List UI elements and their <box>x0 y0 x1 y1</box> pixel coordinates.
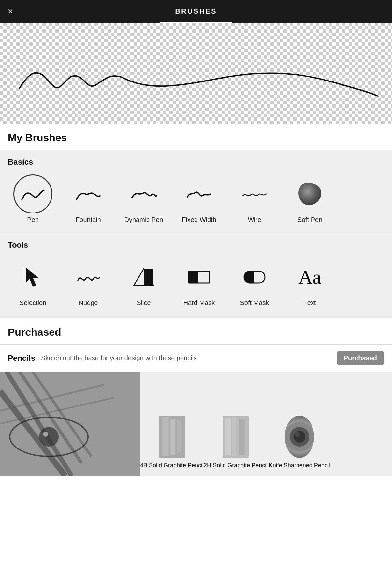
slice-icon <box>131 264 157 290</box>
basics-section: Basics Pen Fountain <box>0 150 392 233</box>
svg-marker-0 <box>26 267 38 287</box>
selection-label: Selection <box>20 299 46 307</box>
fountain-icon <box>74 179 103 209</box>
tools-section: Tools Selection Nudge <box>0 233 392 316</box>
soft-mask-label: Soft Mask <box>240 299 269 307</box>
pen-label: Pen <box>27 216 39 224</box>
pencil-thumb-2h <box>223 416 249 458</box>
brush-item-dynamic-pen[interactable]: Dynamic Pen <box>116 174 171 224</box>
selection-icon <box>20 264 46 290</box>
selection-icon-wrap <box>13 257 52 297</box>
tools-label: Tools <box>0 233 392 254</box>
purchased-badge[interactable]: Purchased <box>337 351 384 365</box>
close-button[interactable]: × <box>8 7 13 16</box>
purchased-section: Purchased Pencils Sketch out the base fo… <box>0 318 392 476</box>
brush-stroke-preview <box>0 23 392 124</box>
slice-label: Slice <box>137 299 151 307</box>
svg-rect-23 <box>239 419 245 455</box>
pencil-item-4b[interactable]: 4B Solid Graphite Pencil <box>140 372 204 476</box>
tool-item-slice[interactable]: Slice <box>116 257 171 307</box>
svg-rect-2 <box>144 269 153 285</box>
pencil-item-knife[interactable]: Knife Sharpened Pencil <box>268 372 331 476</box>
soft-pen-blob <box>298 183 321 205</box>
nudge-icon <box>75 264 101 290</box>
slice-icon-wrap <box>124 257 163 297</box>
hard-mask-icon-wrap <box>180 257 219 297</box>
tool-item-text[interactable]: Aa Text <box>282 257 338 307</box>
pencil-knife-label: Knife Sharpened Pencil <box>269 462 330 469</box>
header: × BRUSHES <box>0 0 392 23</box>
brush-item-soft-pen[interactable]: Soft Pen <box>282 174 338 224</box>
tool-item-soft-mask[interactable]: Soft Mask <box>227 257 282 307</box>
pencil-knife-svg <box>285 416 314 458</box>
basics-label: Basics <box>0 150 392 170</box>
text-icon-wrap: Aa <box>290 257 329 297</box>
svg-point-27 <box>295 432 300 437</box>
fixed-width-label: Fixed Width <box>182 216 216 224</box>
dynamic-pen-label: Dynamic Pen <box>124 216 163 224</box>
svg-rect-22 <box>232 417 236 456</box>
brush-item-wire[interactable]: Wire <box>227 174 282 224</box>
pencil-4b-label: 4B Solid Graphite Pencil <box>140 462 204 469</box>
soft-pen-label: Soft Pen <box>298 216 323 224</box>
brush-item-fixed-width[interactable]: Fixed Width <box>171 174 227 224</box>
tool-item-selection[interactable]: Selection <box>5 257 61 307</box>
wire-icon-wrap <box>235 174 274 213</box>
svg-rect-21 <box>225 418 231 455</box>
pencils-description: Sketch out the base for your design with… <box>41 354 331 362</box>
wire-icon <box>240 179 269 209</box>
pencil-thumb-knife <box>285 416 314 458</box>
svg-point-13 <box>43 432 48 437</box>
pencil-artwork <box>0 372 140 476</box>
pencils-header: Pencils Sketch out the base for your des… <box>0 344 392 372</box>
nudge-icon-wrap <box>69 257 108 297</box>
fixed-width-icon <box>184 179 214 209</box>
svg-rect-17 <box>162 417 169 456</box>
pencils-title: Pencils <box>8 354 35 363</box>
fixed-width-icon-wrap <box>180 174 219 213</box>
pencil-2h-label: 2H Solid Graphite Pencil <box>204 462 268 469</box>
header-title: BRUSHES <box>175 7 217 16</box>
svg-point-12 <box>39 427 59 447</box>
dynamic-pen-icon <box>129 179 158 209</box>
brush-item-pen[interactable]: Pen <box>5 174 61 224</box>
text-label: Text <box>304 299 316 307</box>
purchased-title: Purchased <box>0 318 392 344</box>
pencil-thumb-4b <box>159 416 185 458</box>
hard-mask-icon <box>186 264 212 290</box>
pen-icon-wrap <box>13 174 52 213</box>
pencil-2h-svg <box>223 416 249 458</box>
basics-brushes-row: Pen Fountain Dynamic Pen <box>0 170 392 233</box>
text-icon: Aa <box>298 266 321 288</box>
pencil-items-row: 4B Solid Graphite Pencil 2H Solid Graphi… <box>140 372 392 476</box>
pencil-4b-svg <box>159 416 185 458</box>
pen-icon <box>18 179 48 209</box>
hard-mask-label: Hard Mask <box>183 299 215 307</box>
soft-pen-icon <box>295 179 325 209</box>
pencil-artwork-svg <box>0 372 140 476</box>
my-brushes-title: My Brushes <box>0 124 392 150</box>
soft-mask-icon-wrap <box>235 257 274 297</box>
pencil-item-2h[interactable]: 2H Solid Graphite Pencil <box>204 372 268 476</box>
divider-3 <box>0 316 392 318</box>
svg-rect-19 <box>177 420 181 453</box>
tool-item-nudge[interactable]: Nudge <box>61 257 116 307</box>
fountain-label: Fountain <box>76 216 101 224</box>
fountain-icon-wrap <box>69 174 108 213</box>
soft-pen-icon-wrap <box>290 174 329 213</box>
wire-label: Wire <box>248 216 261 224</box>
dynamic-pen-icon-wrap <box>124 174 163 213</box>
pencils-preview: 4B Solid Graphite Pencil 2H Solid Graphi… <box>0 372 392 476</box>
svg-rect-18 <box>170 419 175 455</box>
brush-item-fountain[interactable]: Fountain <box>61 174 116 224</box>
tools-row: Selection Nudge Slice <box>0 254 392 316</box>
my-brushes-section: My Brushes <box>0 124 392 150</box>
soft-mask-icon <box>241 264 268 290</box>
brush-preview-area <box>0 23 392 124</box>
nudge-label: Nudge <box>79 299 98 307</box>
svg-rect-4 <box>189 271 198 283</box>
tool-item-hard-mask[interactable]: Hard Mask <box>171 257 227 307</box>
